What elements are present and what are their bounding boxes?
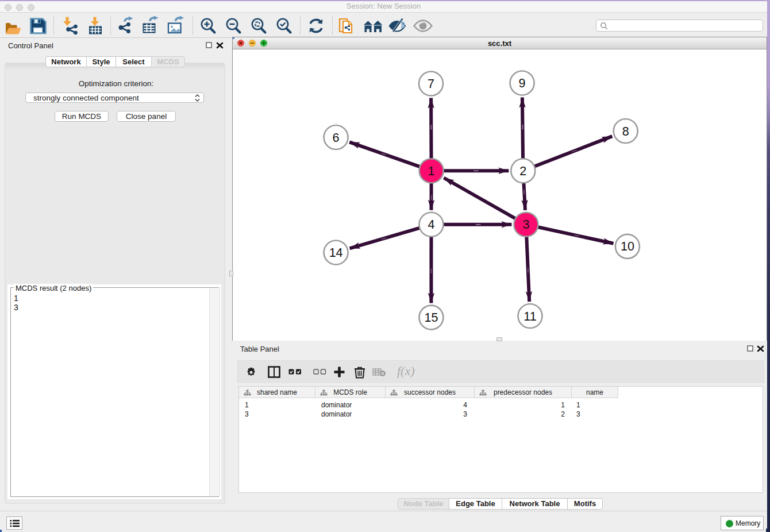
svg-text:1: 1 (428, 164, 435, 178)
svg-text:14: 14 (329, 246, 343, 260)
svg-text:9: 9 (519, 76, 526, 90)
svg-text:10: 10 (621, 240, 634, 253)
svg-text:6: 6 (333, 131, 340, 145)
svg-text:15: 15 (424, 311, 438, 325)
svg-text:8: 8 (622, 125, 629, 138)
svg-text:2: 2 (519, 164, 526, 178)
svg-text:3: 3 (522, 218, 529, 232)
svg-text:7: 7 (428, 77, 434, 91)
svg-text:11: 11 (523, 310, 536, 323)
svg-text:4: 4 (428, 218, 435, 232)
